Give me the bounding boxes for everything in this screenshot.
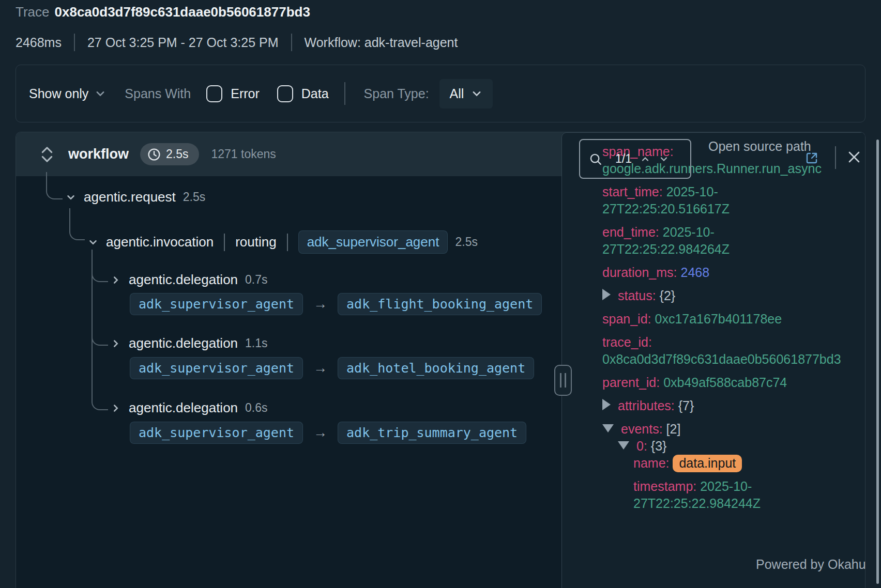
field-key: start_time: [602,184,663,199]
search-match-count: 1/1 [615,152,632,166]
delegation-agents: adk_supervisor_agent → adk_flight_bookin… [130,293,542,315]
chevron-down-icon[interactable] [65,192,77,203]
detail-field-expandable: events: [2] [602,421,841,438]
divider [74,34,75,51]
detail-field: parent_id: 0xb49af588cab87c74 [602,374,841,391]
chevron-up-icon[interactable] [640,154,650,164]
collapse-arrow-icon[interactable] [602,424,614,432]
chevron-down-icon[interactable] [87,237,99,248]
detail-field: duration_ms: 2468 [602,264,841,281]
agent-badge: adk_supervisor_agent [298,230,448,254]
error-label: Error [231,86,260,101]
span-duration: 2.5s [183,190,205,204]
agent-badge: adk_hotel_booking_agent [338,357,534,379]
divider [835,146,836,169]
field-value: [2] [666,422,681,436]
field-key: 0: [636,439,647,453]
collapse-arrow-icon[interactable] [618,441,629,450]
panel-resize-handle[interactable] [554,365,572,396]
span-duration: 2.5s [455,235,477,249]
field-key: name: [633,456,669,470]
field-key: events: [621,422,663,436]
show-only-dropdown[interactable]: Show only [29,86,88,101]
span-row-delegation[interactable]: agentic.delegation 0.6s [110,400,268,416]
span-attributes-list: span_name: google.adk.runners.Runner.run… [562,133,865,512]
trace-time-range: 27 Oct 3:25 PM - 27 Oct 3:25 PM [87,35,279,50]
field-key: end_time: [602,225,659,239]
span-duration: 0.6s [245,401,267,415]
agent-badge: adk_supervisor_agent [130,357,303,379]
span-type-label: Span Type: [364,86,429,101]
arrow-right-icon: → [313,425,327,441]
close-icon[interactable] [846,149,862,165]
workflow-root-label: workflow [68,146,129,162]
error-checkbox[interactable] [206,85,222,102]
duration-pill: 2.5s [140,143,199,165]
delegation-agents: adk_supervisor_agent → adk_hotel_booking… [130,357,534,379]
divider [291,34,292,51]
expand-arrow-icon[interactable] [602,399,611,410]
span-type-select[interactable]: All [439,79,493,109]
divider [344,82,345,105]
detail-field: name: data.input [633,455,841,472]
detail-field-expandable: 0: {3} [618,438,841,455]
page-title: Trace0x8ca0d3d7f89c631daae0b56061877bd3 [16,4,310,20]
tree-connector [69,208,85,240]
field-key: timestamp: [633,479,696,493]
detail-field: timestamp: 2025-10-27T22:25:22.984244Z [633,478,841,512]
span-name[interactable]: agentic.delegation [129,335,238,351]
chevron-down-icon [471,88,482,99]
workflow-duration: 2.5s [166,147,188,161]
expand-collapse-all-icon[interactable] [39,145,55,164]
field-value: 2468 [680,265,709,280]
highlighted-value: data.input [673,455,742,472]
detail-field: end_time: 2025-10-27T22:25:22.984264Z [602,224,841,258]
external-link-icon[interactable] [804,150,819,166]
tree-connector [92,250,108,410]
vertical-scrollbar[interactable] [876,140,879,584]
chevron-right-icon[interactable] [110,403,121,414]
span-name[interactable]: agentic.delegation [129,272,238,288]
agent-badge: adk_flight_booking_agent [338,293,542,315]
detail-field: trace_id: 0x8ca0d3d7f89c631daae0b5606187… [602,334,841,368]
search-icon [588,152,603,166]
clock-icon [147,148,161,161]
trace-meta: 2468ms 27 Oct 3:25 PM - 27 Oct 3:25 PM W… [16,33,458,52]
trace-duration: 2468ms [16,35,62,50]
agent-badge: adk_supervisor_agent [130,293,303,315]
expand-arrow-icon[interactable] [602,289,611,300]
span-name[interactable]: agentic.invocation [106,234,214,250]
span-duration: 0.7s [245,273,267,287]
field-value: 0xb49af588cab87c74 [663,375,787,390]
span-details-panel: 1/1 Open source path span_name: google. [561,132,865,588]
detail-field-expandable: status: {2} [602,287,841,304]
tree-connector [46,172,63,199]
arrow-right-icon: → [313,360,327,376]
span-row-request[interactable]: agentic.request 2.5s [65,189,205,205]
field-value: {2} [660,288,676,303]
delegation-agents: adk_supervisor_agent → adk_trip_summary_… [130,422,526,444]
open-source-path-link[interactable]: Open source path [708,137,812,156]
span-row-delegation[interactable]: agentic.delegation 1.1s [110,335,268,351]
chevron-down-icon[interactable] [95,88,106,99]
data-checkbox[interactable] [277,85,293,102]
span-name[interactable]: agentic.delegation [129,400,238,416]
divider [224,234,225,251]
trace-id: 0x8ca0d3d7f89c631daae0b56061877bd3 [55,4,310,20]
chevron-right-icon[interactable] [110,338,121,349]
details-search-input[interactable]: 1/1 [579,139,691,179]
trace-label: Trace [16,4,50,20]
field-key: attributes: [618,398,675,413]
span-row-delegation[interactable]: agentic.delegation 0.7s [110,272,268,288]
span-name[interactable]: agentic.request [84,189,176,205]
token-count: 1271 tokens [211,147,276,161]
span-row-invocation[interactable]: agentic.invocation routing adk_superviso… [87,230,478,254]
chevron-right-icon[interactable] [110,274,121,286]
field-value: {7} [678,398,694,413]
field-key: status: [618,288,656,303]
detail-field-expandable: attributes: {7} [602,397,841,414]
span-type-tag: routing [235,234,277,250]
chevron-down-icon[interactable] [659,154,669,164]
detail-field: span_id: 0xc17a167b401178ee [602,311,841,328]
powered-by-watermark: Powered by Okahu [756,557,866,572]
